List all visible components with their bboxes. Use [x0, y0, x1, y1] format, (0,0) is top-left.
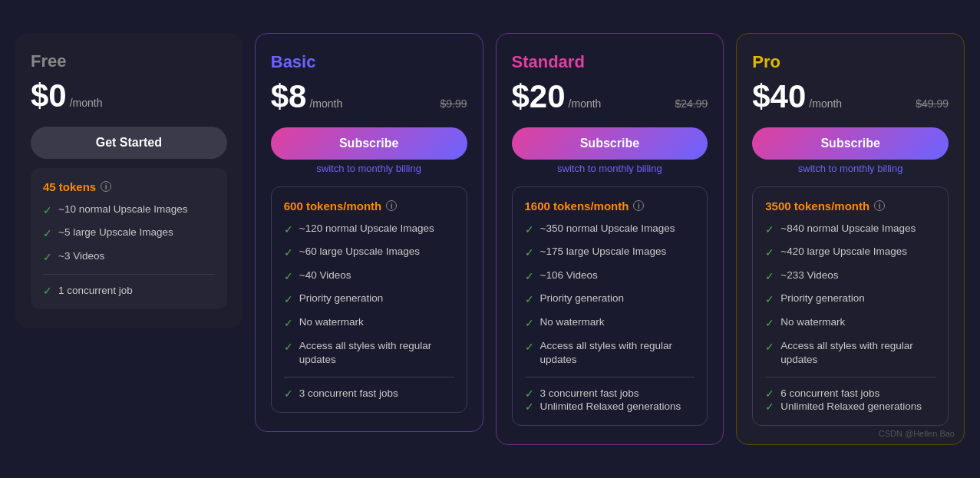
check-icon: ✓ — [765, 387, 774, 400]
divider — [525, 377, 695, 377]
subscribe-button-pro[interactable]: Subscribe — [752, 127, 949, 160]
price-period-pro: /month — [809, 97, 842, 110]
tokens-text-standard: 1600 tokens/month — [525, 199, 629, 213]
list-item: ✓Priority generation — [525, 292, 695, 308]
list-item: ✓~120 normal Upscale Images — [284, 222, 454, 238]
check-icon: ✓ — [284, 223, 293, 238]
tokens-label-basic: 600 tokens/monthi — [284, 199, 454, 213]
divider — [43, 274, 215, 275]
list-item: ✓3 concurrent fast jobs — [284, 387, 454, 400]
check-icon: ✓ — [525, 401, 534, 413]
features-box-basic: 600 tokens/monthi✓~120 normal Upscale Im… — [271, 186, 467, 414]
price-row-standard: $20/month$24.99 — [512, 78, 708, 115]
plan-card-free: Free$0/monthGet Started45 tokensi✓~10 no… — [15, 33, 243, 328]
feature-list-basic: ✓~120 normal Upscale Images✓~60 large Up… — [284, 222, 454, 368]
plan-name-standard: Standard — [512, 52, 708, 72]
plan-card-pro: Pro$40/month$49.99Subscribeswitch to mon… — [736, 33, 965, 446]
plan-name-basic: Basic — [271, 52, 467, 72]
list-item: ✓1 concurrent job — [43, 284, 215, 297]
price-period-free: /month — [70, 97, 103, 109]
plan-name-pro: Pro — [752, 52, 949, 72]
feature-text: ~420 large Upscale Images — [780, 245, 907, 259]
list-item: ✓~175 large Upscale Images — [525, 245, 695, 261]
list-item: ✓No watermark — [284, 315, 454, 331]
list-item: ✓Unlimited Relaxed generations — [765, 400, 935, 413]
price-row-pro: $40/month$49.99 — [752, 78, 949, 115]
price-main-standard: $20 — [512, 78, 566, 115]
check-icon: ✓ — [765, 316, 774, 331]
check-icon: ✓ — [525, 223, 534, 238]
feature-text: ~175 large Upscale Images — [540, 245, 667, 259]
list-item: ✓No watermark — [525, 315, 695, 331]
info-icon-standard[interactable]: i — [633, 200, 644, 211]
check-icon: ✓ — [284, 316, 293, 331]
check-icon: ✓ — [765, 269, 774, 285]
feature-text: ~233 Videos — [780, 269, 838, 283]
feature-text: Priority generation — [780, 292, 865, 306]
plan-card-basic: Basic$8/month$9.99Subscribeswitch to mon… — [255, 33, 483, 433]
features-box-free: 45 tokensi✓~10 normal Upscale Images✓~5 … — [31, 168, 227, 310]
feature-text: Access all styles with regular updates — [780, 339, 935, 368]
list-item: ✓No watermark — [765, 315, 935, 331]
check-icon: ✓ — [43, 226, 52, 242]
price-original-standard: $24.99 — [675, 97, 708, 110]
divider — [765, 377, 935, 377]
list-item: ✓Access all styles with regular updates — [284, 339, 454, 368]
check-icon: ✓ — [284, 246, 293, 261]
switch-billing-link-pro[interactable]: switch to monthly billing — [752, 163, 949, 174]
info-icon-basic[interactable]: i — [386, 200, 397, 211]
feature-text: 1 concurrent job — [58, 285, 133, 296]
feature-text: 3 concurrent fast jobs — [299, 387, 398, 399]
feature-text: ~5 large Upscale Images — [58, 226, 173, 240]
feature-text: Unlimited Relaxed generations — [540, 401, 681, 412]
feature-text: ~3 Videos — [58, 249, 104, 264]
plan-card-standard: Standard$20/month$24.99Subscribeswitch t… — [496, 33, 724, 446]
feature-text: No watermark — [540, 315, 605, 330]
check-icon: ✓ — [525, 269, 534, 285]
feature-text: 6 concurrent fast jobs — [780, 387, 879, 399]
tokens-label-standard: 1600 tokens/monthi — [525, 199, 695, 213]
price-row-basic: $8/month$9.99 — [271, 78, 467, 115]
subscribe-button-free[interactable]: Get Started — [31, 127, 227, 159]
switch-billing-link-standard[interactable]: switch to monthly billing — [512, 163, 708, 174]
info-icon-free[interactable]: i — [101, 181, 111, 192]
watermark: CSDN @Hellen Bao — [879, 429, 955, 438]
check-icon: ✓ — [525, 246, 534, 261]
subscribe-button-standard[interactable]: Subscribe — [512, 127, 708, 160]
subscribe-button-basic[interactable]: Subscribe — [271, 127, 467, 160]
price-main-basic: $8 — [271, 78, 307, 115]
price-main-free: $0 — [31, 77, 67, 114]
list-item: ✓~840 normal Upscale Images — [765, 222, 935, 238]
tokens-label-free: 45 tokensi — [43, 180, 215, 193]
divider — [284, 377, 454, 377]
feature-list-free: ✓~10 normal Upscale Images✓~5 large Upsc… — [43, 203, 215, 265]
list-item: ✓Access all styles with regular updates — [765, 339, 935, 368]
feature-text: ~350 normal Upscale Images — [540, 222, 675, 236]
feature-text: Priority generation — [540, 292, 625, 306]
list-item: ✓~420 large Upscale Images — [765, 245, 935, 261]
price-row-free: $0/month — [31, 77, 227, 114]
switch-billing-link-basic[interactable]: switch to monthly billing — [271, 163, 467, 174]
info-icon-pro[interactable]: i — [874, 200, 885, 211]
feature-text: Priority generation — [299, 292, 384, 306]
plan-name-free: Free — [31, 51, 227, 71]
feature-text: ~106 Videos — [540, 269, 598, 283]
list-item: ✓Unlimited Relaxed generations — [525, 400, 695, 413]
feature-text: ~840 normal Upscale Images — [780, 222, 916, 236]
features-box-standard: 1600 tokens/monthi✓~350 normal Upscale I… — [512, 186, 708, 427]
check-icon: ✓ — [284, 340, 293, 355]
feature-text: ~10 normal Upscale Images — [58, 203, 187, 217]
pricing-container: Free$0/monthGet Started45 tokensi✓~10 no… — [15, 33, 965, 446]
check-icon: ✓ — [765, 401, 774, 413]
feature-text: ~60 large Upscale Images — [299, 245, 420, 259]
price-period-standard: /month — [569, 97, 602, 110]
list-item: ✓~3 Videos — [43, 249, 215, 265]
feature-text: No watermark — [780, 315, 845, 330]
list-item: ✓Priority generation — [765, 292, 935, 308]
check-icon: ✓ — [525, 387, 534, 400]
list-item: ✓~106 Videos — [525, 269, 695, 285]
list-item: ✓~233 Videos — [765, 269, 935, 285]
check-icon: ✓ — [284, 269, 293, 285]
list-item: ✓~5 large Upscale Images — [43, 226, 215, 242]
check-icon: ✓ — [43, 250, 52, 265]
